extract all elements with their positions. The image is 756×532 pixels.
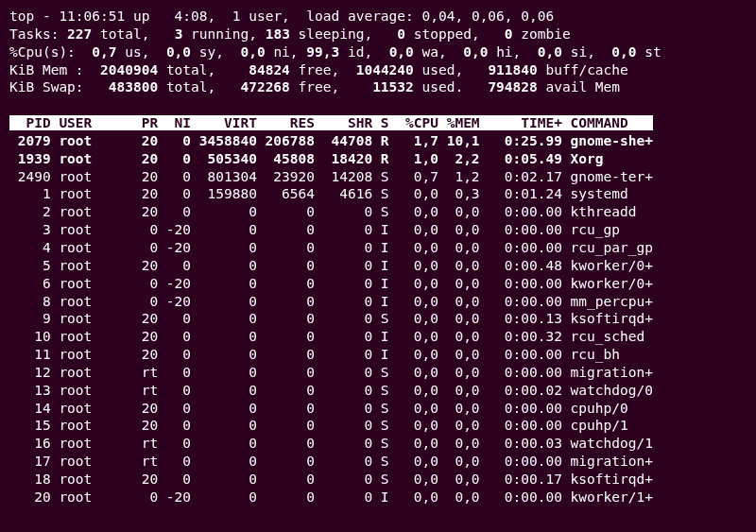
process-row: 9 root 20 0 0 0 0 S 0,0 0,0 0:00.13 ksof…	[9, 311, 653, 326]
summary-line-cpu: %Cpu(s): 0,7 us, 0,0 sy, 0,0 ni, 99,3 id…	[9, 44, 662, 60]
process-row: 15 root 20 0 0 0 0 S 0,0 0,0 0:00.00 cpu…	[9, 418, 628, 433]
terminal-output[interactable]: top - 11:06:51 up 4:08, 1 user, load ave…	[0, 0, 756, 514]
process-row: 13 root rt 0 0 0 0 S 0,0 0,0 0:00.02 wat…	[9, 383, 653, 398]
process-row: 4 root 0 -20 0 0 0 I 0,0 0,0 0:00.00 rcu…	[9, 240, 653, 255]
process-row: 11 root 20 0 0 0 0 I 0,0 0,0 0:00.00 rcu…	[9, 347, 620, 362]
process-row: 10 root 20 0 0 0 0 I 0,0 0,0 0:00.32 rcu…	[9, 329, 644, 344]
process-row: 16 root rt 0 0 0 0 S 0,0 0,0 0:00.03 wat…	[9, 436, 653, 451]
process-row: 17 root rt 0 0 0 0 S 0,0 0,0 0:00.00 mig…	[9, 454, 653, 469]
process-row: 1939 root 20 0 505340 45808 18420 R 1,0 …	[9, 151, 604, 166]
process-row: 5 root 20 0 0 0 0 I 0,0 0,0 0:00.48 kwor…	[9, 258, 653, 273]
process-table-header: PID USER PR NI VIRT RES SHR S %CPU %MEM …	[9, 115, 653, 130]
summary-line-swap: KiB Swap: 483800 total, 472268 free, 115…	[9, 79, 620, 94]
process-row: 8 root 0 -20 0 0 0 I 0,0 0,0 0:00.00 mm_…	[9, 294, 653, 309]
summary-line-tasks: Tasks: 227 total, 3 running, 183 sleepin…	[9, 26, 571, 42]
process-row: 1 root 20 0 159880 6564 4616 S 0,0 0,3 0…	[9, 186, 628, 201]
summary-line-mem: KiB Mem : 2040904 total, 84824 free, 104…	[9, 62, 628, 77]
process-row: 14 root 20 0 0 0 0 S 0,0 0,0 0:00.00 cpu…	[9, 401, 628, 416]
process-row: 20 root 0 -20 0 0 0 I 0,0 0,0 0:00.00 kw…	[9, 489, 653, 505]
process-row: 2079 root 20 0 3458840 206788 44708 R 1,…	[9, 133, 653, 148]
process-row: 3 root 0 -20 0 0 0 I 0,0 0,0 0:00.00 rcu…	[9, 222, 620, 237]
process-row: 6 root 0 -20 0 0 0 I 0,0 0,0 0:00.00 kwo…	[9, 276, 653, 291]
process-row: 2 root 20 0 0 0 0 S 0,0 0,0 0:00.00 kthr…	[9, 204, 636, 219]
process-table-body: 2079 root 20 0 3458840 206788 44708 R 1,…	[9, 132, 747, 506]
process-row: 18 root 20 0 0 0 0 S 0,0 0,0 0:00.17 kso…	[9, 472, 653, 487]
summary-line-1: top - 11:06:51 up 4:08, 1 user, load ave…	[9, 9, 554, 24]
process-row: 12 root rt 0 0 0 0 S 0,0 0,0 0:00.00 mig…	[9, 365, 653, 380]
process-row: 2490 root 20 0 801304 23920 14208 S 0,7 …	[9, 169, 653, 184]
